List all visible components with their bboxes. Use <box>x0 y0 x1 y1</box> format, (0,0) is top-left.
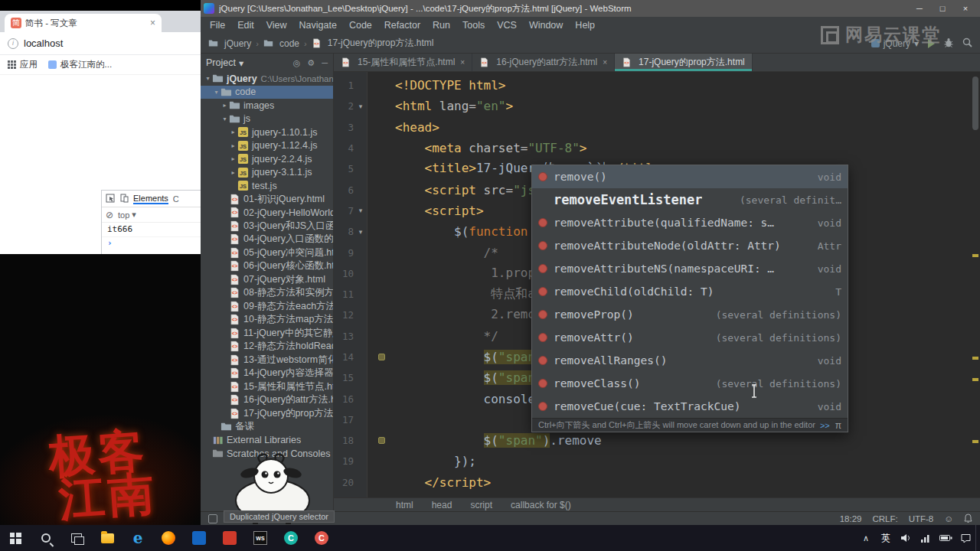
taskbar-explorer-icon[interactable] <box>92 525 122 551</box>
tree-item[interactable]: ▸JSjquery-3.1.1.js <box>201 166 333 180</box>
menu-file[interactable]: File <box>204 20 231 31</box>
taskbar-firefox-icon[interactable] <box>153 525 184 551</box>
inspect-icon[interactable] <box>106 194 115 204</box>
completion-item[interactable]: removeAttributeNode(oldAttr: Attr)Attr <box>532 234 848 257</box>
tree-item[interactable]: <>17-jQuery的prop方法.html <box>201 407 333 421</box>
locate-file-icon[interactable]: ◎ <box>293 58 301 68</box>
tree-item[interactable]: <>15-属性和属性节点.html <box>201 380 333 394</box>
breadcrumb-item[interactable]: callback for $() <box>511 500 571 510</box>
menu-edit[interactable]: Edit <box>231 20 260 31</box>
completion-item[interactable]: removeCue(cue: TextTrackCue)void <box>532 395 848 418</box>
breadcrumb-item[interactable]: code <box>263 37 299 49</box>
search-everywhere-icon[interactable] <box>962 37 972 50</box>
code-line[interactable]: 20 </script> <box>334 472 971 493</box>
tree-item[interactable]: ▸JSjquery-1.12.4.js <box>201 139 333 153</box>
taskbar-blue-app-icon[interactable] <box>184 525 214 551</box>
tree-item[interactable]: ▸JSjquery-2.2.4.js <box>201 152 333 166</box>
tree-item[interactable]: <>06-jQuery核心函数.html <box>201 259 333 273</box>
tree-item[interactable]: <>05-jQuery冲突问题.html <box>201 246 333 260</box>
fold-arrow-icon[interactable]: ▾ <box>354 103 368 110</box>
taskbar-task-view-icon[interactable] <box>61 525 92 551</box>
bookmark-geek[interactable]: 极客江南的... <box>48 59 112 70</box>
tree-item[interactable]: ▸JSjquery-1.10.1.js <box>201 126 333 139</box>
breadcrumb-item[interactable]: html <box>396 500 413 510</box>
menu-window[interactable]: Window <box>523 20 569 31</box>
expand-arrow-icon[interactable]: ▸ <box>229 142 237 149</box>
show-desktop-button[interactable] <box>975 525 980 551</box>
tree-item[interactable]: <>04-jQuery入口函数的其它写法.html <box>201 233 333 246</box>
stripe-mark[interactable] <box>972 378 978 381</box>
info-icon[interactable]: i <box>8 38 18 49</box>
fold-arrow-icon[interactable]: ▾ <box>354 207 368 214</box>
line-ending[interactable]: CRLF: <box>872 514 897 523</box>
tray-network-icon[interactable] <box>916 525 936 551</box>
debug-button[interactable] <box>944 37 953 50</box>
tree-item[interactable]: <>01-初识jQuery.html <box>201 193 333 207</box>
stripe-mark[interactable] <box>972 440 978 443</box>
menu-help[interactable]: Help <box>569 20 601 31</box>
tree-item[interactable]: <>02-jQuery-HelloWorld.html <box>201 206 333 220</box>
breadcrumb-item[interactable]: <>17-jQuery的prop方法.html <box>312 37 434 50</box>
device-toolbar-icon[interactable] <box>119 194 129 204</box>
hint-more-link[interactable]: >> <box>820 421 830 430</box>
hide-panel-icon[interactable]: ─ <box>322 58 328 68</box>
expand-arrow-icon[interactable]: ▾ <box>212 89 220 96</box>
tray-battery-icon[interactable] <box>936 525 956 551</box>
code-line[interactable]: 3<head> <box>334 117 971 138</box>
tree-item[interactable]: External Libraries <box>201 434 333 448</box>
minimize-button[interactable]: ─ <box>908 0 931 17</box>
expand-arrow-icon[interactable]: ▾ <box>220 116 229 122</box>
tree-item[interactable]: <>09-静态方法each方法.html <box>201 300 333 314</box>
browser-address-bar[interactable]: i localhost <box>0 32 201 55</box>
tree-item[interactable]: <>14-jQuery内容选择器.html <box>201 367 333 380</box>
expand-arrow-icon[interactable]: ▾ <box>204 75 212 82</box>
tree-item[interactable]: <>12-静态方法holdReady方法.html <box>201 340 333 354</box>
scrollbar-thumb[interactable] <box>972 77 978 130</box>
breadcrumb-item[interactable]: jQuery <box>208 37 251 49</box>
code-line[interactable]: 19 }); <box>334 451 971 471</box>
taskbar-start-icon[interactable] <box>0 525 31 551</box>
tray-tray-expand-icon[interactable]: ∧ <box>856 525 876 551</box>
completion-item[interactable]: removeAttr()(several definitions) <box>532 326 848 349</box>
tab-close-icon[interactable]: × <box>603 58 607 67</box>
code-line[interactable]: 1<!DOCTYPE html> <box>334 75 971 96</box>
taskbar-c-app-icon[interactable]: C <box>306 525 337 551</box>
stripe-mark[interactable] <box>972 357 978 360</box>
fold-arrow-icon[interactable]: ▾ <box>354 228 368 236</box>
breadcrumb-item[interactable]: script <box>470 500 492 510</box>
expand-arrow-icon[interactable]: ▸ <box>229 169 237 176</box>
editor-tab[interactable]: <>15-属性和属性节点.html× <box>334 54 472 71</box>
menu-navigate[interactable]: Navigate <box>293 20 343 31</box>
tree-item[interactable]: <>03-jQuery和JS入口函数的区别.html <box>201 220 333 233</box>
maximize-button[interactable]: □ <box>931 0 954 17</box>
completion-item[interactable]: removeAttributeNS(namespaceURI: …void <box>532 257 848 280</box>
tab-elements[interactable]: Elements <box>133 194 168 204</box>
taskbar-recorder-icon[interactable]: C <box>276 525 306 551</box>
taskbar-edge-icon[interactable]: e <box>122 525 153 551</box>
settings-gear-icon[interactable]: ⚙ <box>307 58 315 68</box>
tree-item[interactable]: ▸images <box>201 99 333 112</box>
stripe-mark[interactable] <box>972 254 978 257</box>
tree-item[interactable]: ▾jQuery C:\Users\Jonathan_Lee\Desk <box>201 72 333 86</box>
tree-item[interactable]: <>16-jQuery的attr方法.html <box>201 393 333 407</box>
menu-run[interactable]: Run <box>426 20 456 31</box>
menu-tools[interactable]: Tools <box>456 20 491 31</box>
tab-close-icon[interactable]: × <box>460 58 465 67</box>
breadcrumb-item[interactable]: head <box>432 500 452 510</box>
tree-item[interactable]: ▾code <box>201 86 333 99</box>
bookmark-apps[interactable]: 应用 <box>8 59 38 70</box>
url-text[interactable]: localhost <box>24 37 63 49</box>
taskbar-webstorm-icon[interactable]: WS <box>245 525 276 551</box>
tray-notifications-icon[interactable] <box>956 525 975 551</box>
tree-item[interactable]: ▾js <box>201 112 333 126</box>
editor-tab[interactable]: <>16-jQuery的attr方法.html× <box>472 54 615 71</box>
tab-console[interactable]: C <box>173 194 179 204</box>
tab-close-icon[interactable]: × <box>150 18 155 28</box>
expand-arrow-icon[interactable]: ▸ <box>229 155 237 162</box>
hector-inspection-icon[interactable]: ☺ <box>944 514 953 523</box>
project-panel-header[interactable]: Project ▾ ◎ ⚙ ─ <box>201 54 333 72</box>
expand-arrow-icon[interactable]: ▸ <box>229 129 237 135</box>
completion-item[interactable]: removeEventListener(several definit… <box>532 188 848 211</box>
taskbar-search-icon[interactable] <box>31 525 61 551</box>
code-line[interactable]: 4 <meta charset="UTF-8"> <box>334 138 971 158</box>
